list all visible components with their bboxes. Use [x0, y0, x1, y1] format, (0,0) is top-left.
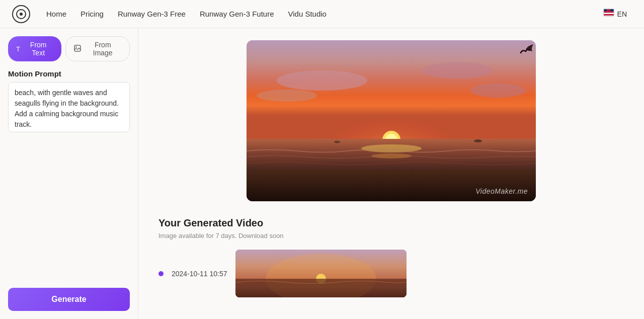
prompt-textarea[interactable] — [8, 82, 130, 132]
thumbnail-svg — [235, 250, 407, 297]
svg-rect-8 — [603, 14, 613, 16]
video-timestamp: 2024-10-11 10:57 — [172, 270, 227, 278]
generated-section: Your Generated Video Image available for… — [158, 217, 624, 297]
generate-button[interactable]: Generate — [8, 288, 130, 311]
svg-point-1 — [20, 13, 23, 16]
svg-rect-7 — [603, 13, 613, 14]
svg-point-22 — [361, 144, 422, 152]
nav-runway-future[interactable]: Runway Gen-3 Future — [200, 10, 274, 18]
navbar-right: EN — [598, 6, 632, 23]
navbar: Home Pricing Runway Gen-3 Free Runway Ge… — [0, 0, 644, 28]
bullet-dot — [158, 271, 164, 276]
svg-point-24 — [474, 139, 482, 142]
svg-point-19 — [257, 90, 317, 102]
generated-subtitle: Image available for 7 days. Download soo… — [158, 232, 624, 240]
nav-pricing[interactable]: Pricing — [80, 10, 104, 18]
motion-prompt-label: Motion Prompt — [8, 69, 130, 78]
nav-home[interactable]: Home — [46, 10, 66, 18]
content-area: VideoMaker.me Your Generated Video Image… — [138, 28, 644, 319]
tab-buttons: T From Text From Image — [8, 36, 130, 61]
from-text-tab[interactable]: T From Text — [8, 36, 61, 61]
svg-rect-5 — [610, 9, 613, 11]
from-image-tab[interactable]: From Image — [65, 36, 130, 61]
video-list-item: 2024-10-11 10:57 — [158, 250, 624, 297]
text-icon: T — [16, 45, 20, 53]
svg-point-25 — [334, 141, 340, 143]
nav-links: Home Pricing Runway Gen-3 Free Runway Ge… — [46, 10, 327, 18]
lang-label: EN — [617, 10, 627, 18]
language-button[interactable]: EN — [598, 6, 632, 23]
svg-point-11 — [76, 46, 77, 47]
watermark: VideoMaker.me — [475, 187, 528, 195]
sunset-svg — [247, 40, 536, 201]
svg-point-16 — [277, 70, 367, 91]
navbar-left: Home Pricing Runway Gen-3 Free Runway Ge… — [12, 5, 327, 23]
nav-vidu[interactable]: Vidu Studio — [288, 10, 327, 18]
nav-runway-free[interactable]: Runway Gen-3 Free — [118, 10, 186, 18]
image-icon — [74, 45, 81, 53]
logo-icon[interactable] — [12, 5, 30, 23]
svg-rect-6 — [603, 11, 613, 13]
globe-icon — [603, 9, 614, 20]
svg-rect-4 — [607, 9, 610, 11]
sidebar: T From Text From Image Motion Prompt Gen… — [0, 28, 138, 319]
svg-rect-3 — [603, 9, 606, 11]
generated-title: Your Generated Video — [158, 217, 624, 229]
motion-prompt-section: Motion Prompt — [8, 69, 130, 134]
svg-point-18 — [470, 84, 526, 98]
main-preview-image: VideoMaker.me — [247, 40, 536, 201]
main-container: T From Text From Image Motion Prompt Gen… — [0, 28, 644, 319]
video-thumbnail[interactable] — [235, 250, 407, 297]
svg-point-17 — [423, 62, 493, 78]
